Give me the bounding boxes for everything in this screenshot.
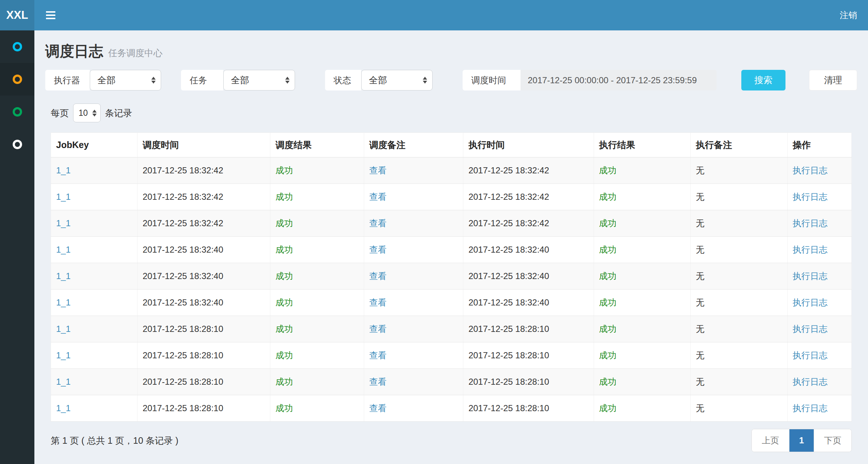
sidebar-item-2[interactable] [0, 63, 34, 96]
cell-handle-time: 2017-12-25 18:28:10 [463, 342, 594, 369]
sidebar-item-3[interactable] [0, 96, 34, 128]
navbar-spacer [63, 0, 829, 30]
execution-log-link[interactable]: 执行日志 [793, 377, 827, 387]
trigger-time-filter-group: 调度时间 [463, 70, 717, 90]
cell-job-key: 1_1 [51, 290, 138, 316]
cell-handle-result: 成功 [594, 157, 691, 184]
cell-job-key: 1_1 [51, 184, 138, 210]
jobkey-link[interactable]: 1_1 [56, 350, 71, 360]
table-row: 1_12017-12-25 18:32:42成功查看2017-12-25 18:… [51, 210, 852, 237]
jobkey-link[interactable]: 1_1 [56, 298, 71, 307]
logout-link[interactable]: 注销 [829, 0, 868, 30]
cell-handle-result: 成功 [594, 210, 691, 237]
page-size-prefix: 每页 [51, 107, 69, 119]
jobkey-link[interactable]: 1_1 [56, 377, 71, 387]
execution-log-link[interactable]: 执行日志 [793, 271, 827, 281]
cell-action: 执行日志 [787, 263, 851, 290]
cell-handle-msg: 无 [691, 395, 788, 422]
cell-handle-msg: 无 [691, 237, 788, 263]
table-header-row: JobKey 调度时间 调度结果 调度备注 执行时间 执行结果 执行备注 操作 [51, 133, 852, 157]
current-page-button[interactable]: 1 [789, 429, 814, 452]
view-trigger-msg-link[interactable]: 查看 [369, 218, 387, 228]
table-row: 1_12017-12-25 18:32:42成功查看2017-12-25 18:… [51, 157, 852, 184]
view-trigger-msg-link[interactable]: 查看 [369, 271, 387, 281]
execution-log-link[interactable]: 执行日志 [793, 165, 827, 175]
cell-action: 执行日志 [787, 184, 851, 210]
view-trigger-msg-link[interactable]: 查看 [369, 377, 387, 387]
cell-trigger-time: 2017-12-25 18:28:10 [137, 316, 270, 342]
status-select[interactable]: 全部 [361, 70, 433, 90]
col-header-trigger-time: 调度时间 [137, 133, 270, 157]
cell-job-key: 1_1 [51, 210, 138, 237]
table-row: 1_12017-12-25 18:28:10成功查看2017-12-25 18:… [51, 342, 852, 369]
cell-trigger-msg: 查看 [364, 369, 463, 395]
jobkey-link[interactable]: 1_1 [56, 324, 71, 334]
view-trigger-msg-link[interactable]: 查看 [369, 403, 387, 413]
cell-job-key: 1_1 [51, 157, 138, 184]
jobkey-link[interactable]: 1_1 [56, 218, 71, 228]
cell-handle-msg: 无 [691, 369, 788, 395]
cell-job-key: 1_1 [51, 342, 138, 369]
job-select-value: 全部 [231, 74, 249, 86]
cell-trigger-time: 2017-12-25 18:32:40 [137, 263, 270, 290]
cell-trigger-result: 成功 [270, 263, 364, 290]
view-trigger-msg-link[interactable]: 查看 [369, 298, 387, 307]
search-button[interactable]: 搜索 [741, 70, 785, 90]
cell-trigger-msg: 查看 [364, 395, 463, 422]
cell-trigger-result: 成功 [270, 369, 364, 395]
execution-log-link[interactable]: 执行日志 [793, 298, 827, 307]
cell-action: 执行日志 [787, 290, 851, 316]
view-trigger-msg-link[interactable]: 查看 [369, 165, 387, 175]
view-trigger-msg-link[interactable]: 查看 [369, 324, 387, 334]
sidebar-toggle-button[interactable] [39, 0, 63, 30]
prev-page-button[interactable]: 上页 [752, 429, 789, 452]
job-select[interactable]: 全部 [223, 70, 295, 90]
cell-handle-time: 2017-12-25 18:28:10 [463, 316, 594, 342]
log-table-body: 1_12017-12-25 18:32:42成功查看2017-12-25 18:… [51, 157, 852, 422]
cell-action: 执行日志 [787, 316, 851, 342]
filter-bar: 执行器 全部 任务 全部 状态 全部 调度时间 搜索 清理 [45, 70, 857, 90]
jobkey-link[interactable]: 1_1 [56, 403, 71, 413]
page-size-select[interactable]: 10 [73, 104, 101, 122]
cell-handle-result: 成功 [594, 316, 691, 342]
select-stepper-icon [151, 77, 156, 84]
execution-log-link[interactable]: 执行日志 [793, 324, 827, 334]
hamburger-icon [46, 11, 55, 19]
jobkey-link[interactable]: 1_1 [56, 271, 71, 281]
execution-log-link[interactable]: 执行日志 [793, 245, 827, 254]
jobkey-link[interactable]: 1_1 [56, 245, 71, 254]
page-subtitle: 任务调度中心 [108, 48, 163, 58]
table-row: 1_12017-12-25 18:32:40成功查看2017-12-25 18:… [51, 290, 852, 316]
execution-log-link[interactable]: 执行日志 [793, 350, 827, 360]
sidebar-menu [0, 30, 34, 464]
table-row: 1_12017-12-25 18:32:40成功查看2017-12-25 18:… [51, 263, 852, 290]
view-trigger-msg-link[interactable]: 查看 [369, 350, 387, 360]
cell-trigger-result: 成功 [270, 237, 364, 263]
sidebar-item-1[interactable] [0, 30, 34, 63]
brand-logo[interactable]: XXL [0, 0, 34, 30]
next-page-button[interactable]: 下页 [814, 429, 851, 452]
view-trigger-msg-link[interactable]: 查看 [369, 192, 387, 202]
circle-outline-icon [13, 140, 22, 149]
cell-action: 执行日志 [787, 369, 851, 395]
executor-label: 执行器 [45, 70, 90, 90]
table-row: 1_12017-12-25 18:32:40成功查看2017-12-25 18:… [51, 237, 852, 263]
cell-handle-result: 成功 [594, 342, 691, 369]
col-header-trigger-result: 调度结果 [270, 133, 364, 157]
cell-trigger-time: 2017-12-25 18:32:42 [137, 184, 270, 210]
executor-select[interactable]: 全部 [90, 70, 161, 90]
view-trigger-msg-link[interactable]: 查看 [369, 245, 387, 254]
sidebar-item-4[interactable] [0, 128, 34, 161]
execution-log-link[interactable]: 执行日志 [793, 218, 827, 228]
clear-button[interactable]: 清理 [809, 70, 857, 90]
jobkey-link[interactable]: 1_1 [56, 165, 71, 175]
cell-job-key: 1_1 [51, 395, 138, 422]
jobkey-link[interactable]: 1_1 [56, 192, 71, 202]
select-stepper-icon [92, 110, 97, 117]
cell-job-key: 1_1 [51, 263, 138, 290]
cell-trigger-msg: 查看 [364, 237, 463, 263]
trigger-time-range-input[interactable] [521, 70, 717, 90]
execution-log-link[interactable]: 执行日志 [793, 403, 827, 413]
cell-action: 执行日志 [787, 342, 851, 369]
execution-log-link[interactable]: 执行日志 [793, 192, 827, 202]
